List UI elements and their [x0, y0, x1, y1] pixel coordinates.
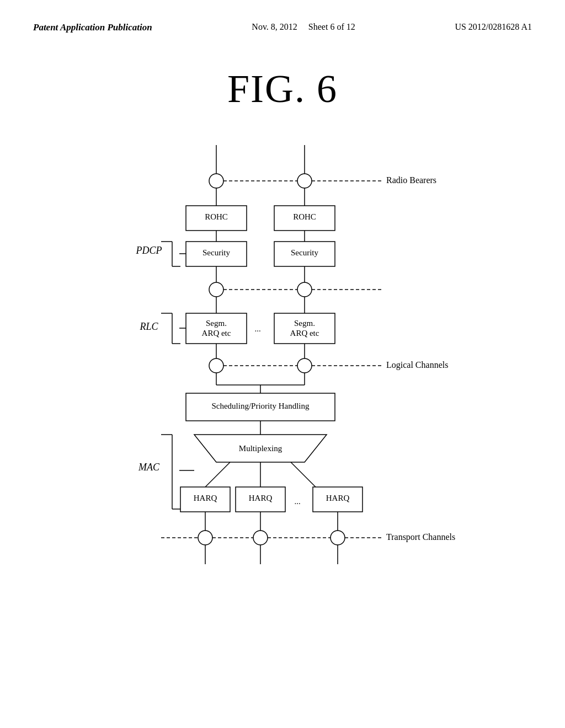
mac-label: MAC: [138, 462, 160, 473]
segm1-label2: ARQ etc: [202, 329, 231, 338]
svg-point-59: [253, 531, 268, 545]
svg-point-60: [331, 531, 345, 545]
svg-line-49: [205, 462, 230, 487]
rlc-label: RLC: [139, 321, 158, 332]
security1-label: Security: [202, 248, 230, 257]
rohc2-label: ROHC: [293, 212, 316, 221]
harq3-label: HARQ: [326, 494, 350, 502]
date-sheet: Nov. 8, 2012 Sheet 6 of 12: [252, 22, 355, 32]
segm1-label1: Segm.: [206, 319, 227, 328]
sheet-info: Sheet 6 of 12: [308, 22, 355, 31]
svg-point-16: [209, 282, 223, 297]
diagram-svg: text { font-family: 'Times New Roman', T…: [89, 145, 476, 669]
rohc1-label: ROHC: [205, 212, 228, 221]
svg-point-3: [297, 174, 312, 188]
segm2-label2: ARQ etc: [290, 329, 319, 338]
page-header: Patent Application Publication Nov. 8, 2…: [0, 0, 565, 33]
harq1-label: HARQ: [194, 494, 217, 502]
svg-point-2: [209, 174, 223, 188]
segm2-label1: Segm.: [294, 319, 315, 328]
svg-point-58: [198, 531, 212, 545]
patent-number: US 2012/0281628 A1: [455, 22, 532, 32]
svg-point-30: [209, 358, 223, 373]
svg-point-31: [297, 358, 312, 373]
publication-date: Nov. 8, 2012: [252, 22, 297, 31]
transport-channels-label: Transport Channels: [386, 532, 455, 542]
logical-channels-label: Logical Channels: [386, 360, 448, 370]
scheduling-label: Scheduling/Priority Handling: [211, 402, 310, 410]
pdcp-label: PDCP: [136, 245, 162, 256]
diagram: text { font-family: 'Times New Roman', T…: [89, 145, 476, 669]
publication-title: Patent Application Publication: [33, 22, 152, 33]
radio-bearers-label: Radio Bearers: [386, 175, 436, 185]
multiplexing-label: Multiplexing: [239, 444, 282, 453]
dots-harq: ...: [294, 497, 300, 506]
security2-label: Security: [291, 248, 318, 257]
svg-line-51: [291, 462, 316, 487]
figure-title: FIG. 6: [0, 66, 565, 112]
harq2-label: HARQ: [249, 494, 273, 502]
dots-rlc: ...: [254, 324, 260, 333]
svg-point-17: [297, 282, 312, 297]
